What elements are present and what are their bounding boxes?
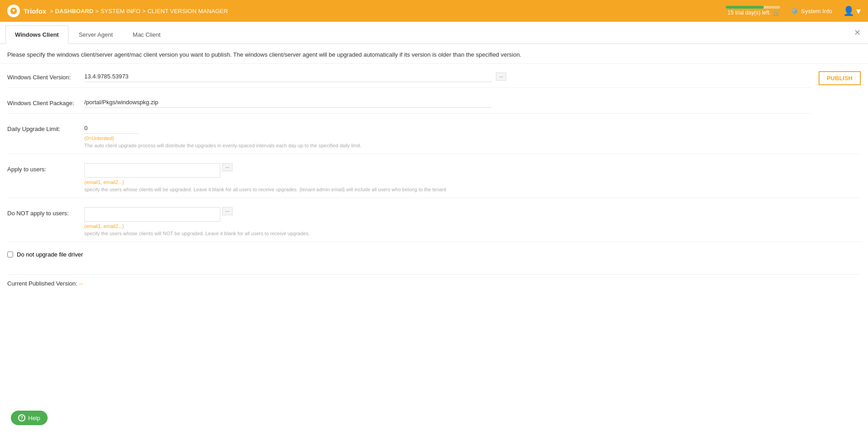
version-row-wrapper: Windows Client Version: ··· Windows Clie… — [7, 71, 861, 123]
windows-client-version-row: Windows Client Version: ··· — [7, 71, 811, 88]
description-text: Please specify the windows client/server… — [0, 44, 868, 64]
current-published-version-label: Current Published Version: — [7, 280, 78, 287]
apply-to-users-label: Apply to users: — [7, 163, 84, 173]
daily-upgrade-limit-input[interactable] — [84, 123, 139, 134]
tab-server-agent[interactable]: Server Agent — [69, 25, 122, 44]
windows-client-package-field — [84, 97, 811, 108]
breadcrumb: > DASHBOARD > SYSTEM INFO > CLIENT VERSI… — [50, 8, 228, 15]
windows-client-version-field: ··· — [84, 71, 811, 82]
trial-days: 15 trial day(s) left. — [727, 10, 771, 16]
do-not-apply-placeholder-hint: (email1, email2...) — [84, 223, 861, 229]
gear-icon: ⚙️ — [791, 8, 798, 15]
do-not-apply-browse-button[interactable]: ··· — [222, 207, 233, 215]
apply-to-users-row: Apply to users: ··· (email1, email2...) … — [7, 163, 861, 198]
apply-to-users-textarea[interactable] — [84, 163, 220, 178]
tab-windows-client[interactable]: Windows Client — [5, 25, 68, 44]
daily-upgrade-limit-field: (0=Unlimited) The auto client upgrade pr… — [84, 123, 861, 148]
current-published-version-value: -- — [79, 280, 83, 287]
version-form-area: Windows Client Version: ··· Windows Clie… — [7, 71, 811, 123]
logo: Triofox — [7, 5, 46, 17]
windows-client-version-label: Windows Client Version: — [7, 71, 84, 81]
cart-icon[interactable]: 🛒 — [773, 10, 780, 16]
apply-to-users-input-group: ··· — [84, 163, 861, 178]
breadcrumb-client-version-manager: CLIENT VERSION MANAGER — [147, 8, 228, 15]
system-info-button[interactable]: ⚙️ System Info — [791, 8, 832, 15]
user-dropdown-icon: ▾ — [856, 5, 861, 16]
logo-icon — [7, 5, 20, 17]
breadcrumb-system-info: SYSTEM INFO — [101, 8, 141, 15]
help-button[interactable]: ? Help — [11, 411, 48, 425]
do-not-upgrade-checkbox[interactable] — [7, 252, 13, 257]
do-not-apply-field: ··· (email1, email2...) specify the user… — [84, 207, 861, 236]
form-container: Windows Client Version: ··· Windows Clie… — [0, 64, 868, 300]
header-left: Triofox > DASHBOARD > SYSTEM INFO > CLIE… — [7, 5, 228, 17]
user-menu-button[interactable]: 👤 ▾ — [843, 5, 861, 16]
version-input-wrapper: ··· — [84, 71, 811, 82]
trial-progress-fill — [726, 6, 764, 9]
daily-upgrade-limit-row: Daily Upgrade Limit: (0=Unlimited) The a… — [7, 123, 861, 154]
breadcrumb-separator-2: > — [142, 8, 146, 15]
help-circle-icon: ? — [18, 414, 25, 421]
header: Triofox > DASHBOARD > SYSTEM INFO > CLIE… — [0, 0, 868, 22]
apply-to-users-browse-button[interactable]: ··· — [222, 163, 233, 171]
trial-progress-bar — [726, 6, 780, 9]
header-right: 15 trial day(s) left. 🛒 ⚙️ System Info 👤… — [726, 5, 861, 16]
windows-client-version-input[interactable] — [84, 71, 492, 82]
tab-server-agent-label: Server Agent — [79, 31, 113, 38]
apply-to-users-info: specify the users whose clients will be … — [84, 187, 861, 192]
do-not-apply-row: Do NOT apply to users: ··· (email1, emai… — [7, 207, 861, 242]
tabs-bar: Windows Client Server Agent Mac Client ✕ — [0, 22, 868, 44]
tab-windows-client-label: Windows Client — [15, 31, 59, 38]
triofox-logo-icon — [10, 7, 18, 15]
tab-mac-client[interactable]: Mac Client — [123, 25, 170, 44]
trial-text: 15 trial day(s) left. 🛒 — [727, 10, 780, 16]
windows-client-package-row: Windows Client Package: — [7, 97, 811, 114]
daily-upgrade-limit-info: The auto client upgrade process will dis… — [84, 143, 861, 148]
version-browse-button[interactable]: ··· — [496, 73, 506, 81]
breadcrumb-separator-0: > — [50, 8, 53, 15]
main-content: Windows Client Server Agent Mac Client ✕… — [0, 22, 868, 436]
user-icon: 👤 — [843, 5, 854, 16]
do-not-apply-textarea[interactable] — [84, 207, 220, 222]
do-not-apply-label: Do NOT apply to users: — [7, 207, 84, 217]
tab-mac-client-label: Mac Client — [133, 31, 160, 38]
breadcrumb-dashboard[interactable]: DASHBOARD — [55, 8, 94, 15]
windows-client-package-label: Windows Client Package: — [7, 97, 84, 107]
apply-to-users-field: ··· (email1, email2...) specify the user… — [84, 163, 861, 192]
do-not-upgrade-label-text: Do not upgrade file driver — [17, 251, 83, 258]
daily-upgrade-limit-hint: (0=Unlimited) — [84, 136, 861, 141]
daily-upgrade-limit-label: Daily Upgrade Limit: — [7, 123, 84, 132]
current-published-version-row: Current Published Version: -- — [7, 274, 861, 292]
apply-to-users-placeholder-hint: (email1, email2...) — [84, 179, 861, 185]
breadcrumb-separator-1: > — [95, 8, 99, 15]
do-not-upgrade-row: Do not upgrade file driver — [7, 251, 861, 265]
logo-text: Triofox — [24, 7, 46, 15]
help-label: Help — [28, 415, 40, 421]
do-not-apply-input-group: ··· — [84, 207, 861, 222]
publish-button[interactable]: PUBLISH — [819, 71, 861, 85]
close-button[interactable]: ✕ — [854, 28, 861, 38]
do-not-apply-info: specify the users whose clients will NOT… — [84, 231, 861, 236]
system-info-label: System Info — [801, 8, 832, 15]
trial-info: 15 trial day(s) left. 🛒 — [726, 6, 780, 16]
windows-client-package-input[interactable] — [84, 97, 492, 108]
